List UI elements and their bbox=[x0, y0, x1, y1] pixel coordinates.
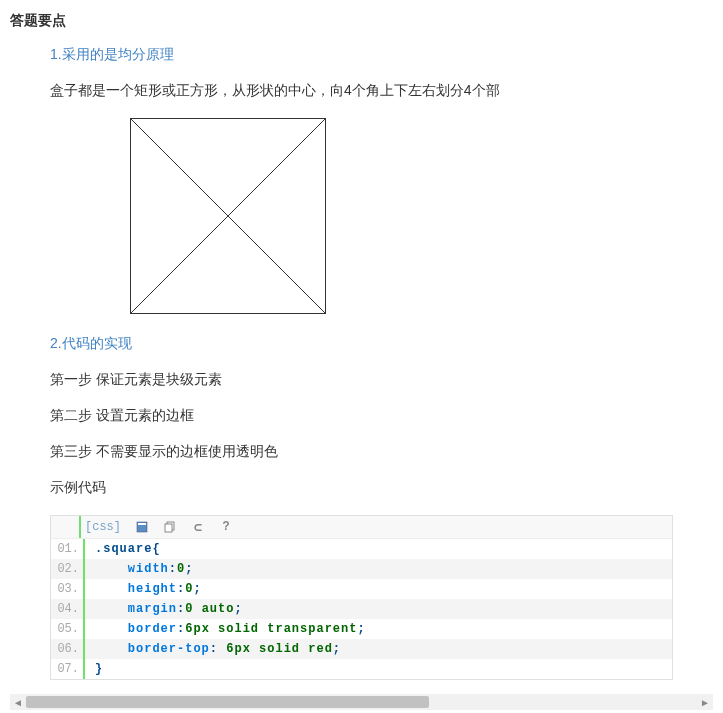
scroll-thumb[interactable] bbox=[26, 696, 429, 708]
scroll-right-icon[interactable]: ► bbox=[697, 694, 713, 710]
code-content: } bbox=[85, 659, 103, 679]
code-content: width:0; bbox=[85, 559, 193, 579]
code-line: 05. border:6px solid transparent; bbox=[51, 619, 672, 639]
code-line: 01..square{ bbox=[51, 539, 672, 559]
svg-rect-6 bbox=[165, 524, 172, 532]
undo-icon[interactable]: ⊂ bbox=[191, 520, 205, 534]
section-heading-2: 2.代码的实现 bbox=[50, 335, 713, 353]
line-number: 05. bbox=[51, 619, 85, 639]
code-block: [css] ⊂ ? 01..square{02. width:0;03. hei… bbox=[50, 515, 673, 680]
line-number: 01. bbox=[51, 539, 85, 559]
code-content: .square{ bbox=[85, 539, 161, 559]
page-title: 答题要点 bbox=[10, 12, 713, 30]
line-number: 02. bbox=[51, 559, 85, 579]
code-line: 03. height:0; bbox=[51, 579, 672, 599]
code-line: 06. border-top: 6px solid red; bbox=[51, 639, 672, 659]
box-division-diagram bbox=[130, 118, 713, 317]
code-toolbar: [css] ⊂ ? bbox=[51, 516, 672, 539]
section1-paragraph: 盒子都是一个矩形或正方形，从形状的中心，向4个角上下左右划分4个部 bbox=[50, 82, 713, 100]
section-heading-1: 1.采用的是均分原理 bbox=[50, 46, 713, 64]
code-line: 02. width:0; bbox=[51, 559, 672, 579]
step-1: 第一步 保证元素是块级元素 bbox=[50, 371, 713, 389]
example-code-label: 示例代码 bbox=[50, 479, 713, 497]
line-number: 04. bbox=[51, 599, 85, 619]
view-source-icon[interactable] bbox=[135, 520, 149, 534]
code-language-label: [css] bbox=[85, 520, 121, 534]
code-line: 07.} bbox=[51, 659, 672, 679]
code-lines: 01..square{02. width:0;03. height:0;04. … bbox=[51, 539, 672, 679]
svg-rect-4 bbox=[138, 523, 146, 525]
scroll-track[interactable] bbox=[26, 694, 697, 710]
copy-icon[interactable] bbox=[163, 520, 177, 534]
step-2: 第二步 设置元素的边框 bbox=[50, 407, 713, 425]
code-content: height:0; bbox=[85, 579, 202, 599]
code-content: border:6px solid transparent; bbox=[85, 619, 366, 639]
code-content: margin:0 auto; bbox=[85, 599, 243, 619]
scroll-left-icon[interactable]: ◄ bbox=[10, 694, 26, 710]
horizontal-scrollbar[interactable]: ◄ ► bbox=[10, 694, 713, 710]
help-icon[interactable]: ? bbox=[219, 520, 233, 534]
line-number: 07. bbox=[51, 659, 85, 679]
line-number: 06. bbox=[51, 639, 85, 659]
code-line: 04. margin:0 auto; bbox=[51, 599, 672, 619]
line-number: 03. bbox=[51, 579, 85, 599]
code-content: border-top: 6px solid red; bbox=[85, 639, 341, 659]
step-3: 第三步 不需要显示的边框使用透明色 bbox=[50, 443, 713, 461]
